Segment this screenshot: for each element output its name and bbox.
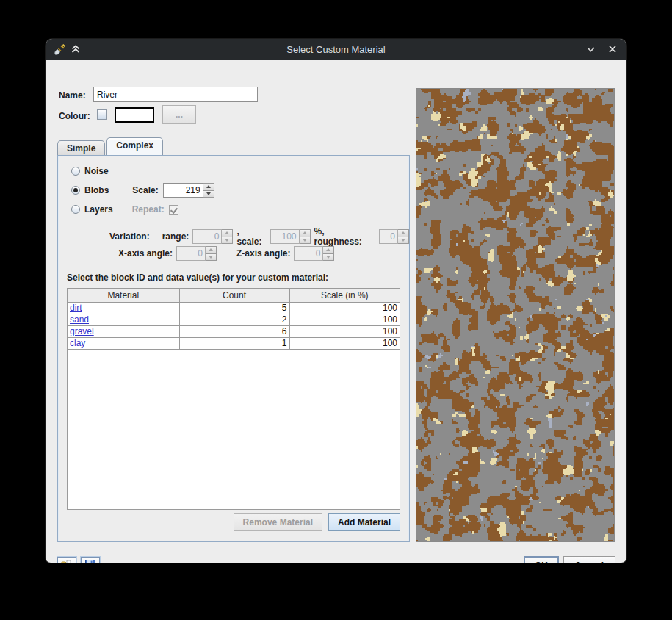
materials-table-scrollpane[interactable]: Material Count Scale (in %) dirt 5 100 xyxy=(67,288,400,510)
variation-range-value: 0 xyxy=(192,229,222,244)
scale-spinner-down[interactable] xyxy=(203,191,214,198)
floppy-disk-icon xyxy=(84,559,96,563)
materials-table-caption: Select the block ID and data value(s) fo… xyxy=(67,273,328,283)
material-link[interactable]: gravel xyxy=(70,326,94,336)
variation-roughness-spinner: 0 xyxy=(379,229,409,244)
complex-tab-panel: Noise Blobs Scale: 219 xyxy=(57,155,410,542)
count-cell[interactable]: 5 xyxy=(179,302,289,314)
name-label: Name: xyxy=(59,90,86,101)
materials-table: Material Count Scale (in %) dirt 5 100 xyxy=(68,289,400,350)
remove-material-button: Remove Material xyxy=(234,513,322,531)
scale-cell[interactable]: 100 xyxy=(289,325,400,337)
open-folder-icon xyxy=(60,559,73,563)
table-row[interactable]: clay 1 100 xyxy=(68,337,400,349)
layers-label: Layers xyxy=(84,204,113,215)
z-axis-angle-label: Z-axis angle: xyxy=(236,248,290,259)
ok-button[interactable]: OK xyxy=(524,556,559,563)
colour-label: Colour: xyxy=(59,111,90,121)
variation-scale-up xyxy=(300,229,311,237)
table-row[interactable]: sand 2 100 xyxy=(68,314,400,325)
variation-range-up xyxy=(222,229,233,237)
z-axis-angle-up xyxy=(323,246,334,254)
repeat-checkbox xyxy=(169,205,178,215)
x-axis-angle-spinner: 0 xyxy=(176,246,217,261)
variation-range-down xyxy=(222,237,233,245)
column-header-scale[interactable]: Scale (in %) xyxy=(289,289,400,302)
variation-scale-spinner: 100 xyxy=(270,229,311,244)
dialog-body: Name: Colour: ... Simple Complex Noise xyxy=(46,60,626,563)
noise-label: Noise xyxy=(84,166,109,176)
scale-cell[interactable]: 100 xyxy=(289,337,400,349)
count-cell[interactable]: 2 xyxy=(179,314,289,325)
material-link[interactable]: sand xyxy=(70,314,89,325)
cancel-button[interactable]: Cancel xyxy=(563,556,615,563)
material-link[interactable]: dirt xyxy=(70,303,82,313)
variation-scale-down xyxy=(300,237,311,245)
count-cell[interactable]: 6 xyxy=(179,325,289,337)
window-title: Select Custom Material xyxy=(46,44,626,55)
scale-cell[interactable]: 100 xyxy=(289,302,400,314)
titlebar[interactable]: Select Custom Material xyxy=(46,39,626,60)
z-axis-angle-down xyxy=(323,254,334,262)
repeat-label: Repeat: xyxy=(132,204,165,215)
colour-checkbox[interactable] xyxy=(97,109,107,120)
tab-bar: Simple Complex xyxy=(57,137,165,155)
noise-radio[interactable] xyxy=(71,167,80,176)
count-cell[interactable]: 1 xyxy=(179,337,289,349)
tab-complex[interactable]: Complex xyxy=(106,137,163,155)
variation-roughness-label: %, roughness: xyxy=(314,226,375,247)
variation-scale-label: , scale: xyxy=(236,226,266,247)
materials-table-header-row: Material Count Scale (in %) xyxy=(68,289,400,302)
x-axis-angle-value: 0 xyxy=(176,246,206,261)
variation-roughness-up xyxy=(398,229,409,237)
dialog-select-custom-material: Select Custom Material Name: Colou xyxy=(46,39,626,563)
layers-radio[interactable] xyxy=(71,205,80,214)
colour-browse-button[interactable]: ... xyxy=(162,105,196,124)
variation-roughness-value: 0 xyxy=(379,229,398,244)
scale-spinner[interactable]: 219 xyxy=(163,183,214,198)
colour-swatch xyxy=(115,107,154,123)
material-preview xyxy=(416,88,615,542)
shade-window-icon[interactable] xyxy=(68,41,84,57)
scale-label: Scale: xyxy=(132,185,158,195)
scale-cell[interactable]: 100 xyxy=(289,314,400,325)
app-shovel-icon xyxy=(51,41,68,57)
tab-simple[interactable]: Simple xyxy=(57,140,105,155)
add-material-button[interactable]: Add Material xyxy=(328,513,400,531)
name-input[interactable] xyxy=(93,87,258,102)
load-material-button[interactable] xyxy=(57,557,76,563)
variation-scale-value: 100 xyxy=(270,229,300,244)
x-axis-angle-down xyxy=(206,254,217,262)
table-row[interactable]: gravel 6 100 xyxy=(68,325,400,337)
variation-roughness-down xyxy=(398,237,409,245)
material-link[interactable]: clay xyxy=(70,338,85,348)
variation-label: Variation: xyxy=(109,231,150,242)
z-axis-angle-value: 0 xyxy=(294,246,323,261)
table-row[interactable]: dirt 5 100 xyxy=(68,302,400,314)
z-axis-angle-spinner: 0 xyxy=(294,246,334,261)
variation-range-spinner: 0 xyxy=(192,229,233,244)
x-axis-angle-label: X-axis angle: xyxy=(118,248,173,259)
column-header-count[interactable]: Count xyxy=(179,289,289,302)
scale-spinner-value[interactable]: 219 xyxy=(163,183,203,198)
minimize-window-icon[interactable] xyxy=(582,41,599,57)
material-preview-texture xyxy=(416,89,614,541)
scale-spinner-up[interactable] xyxy=(203,183,214,191)
blobs-radio[interactable] xyxy=(71,186,80,195)
variation-range-label: range: xyxy=(162,231,189,242)
desktop-background: Select Custom Material Name: Colou xyxy=(0,0,672,620)
x-axis-angle-up xyxy=(206,246,217,254)
blobs-label: Blobs xyxy=(84,185,109,195)
column-header-material[interactable]: Material xyxy=(68,289,179,302)
save-material-button[interactable] xyxy=(81,557,100,563)
close-window-icon[interactable] xyxy=(604,41,621,57)
